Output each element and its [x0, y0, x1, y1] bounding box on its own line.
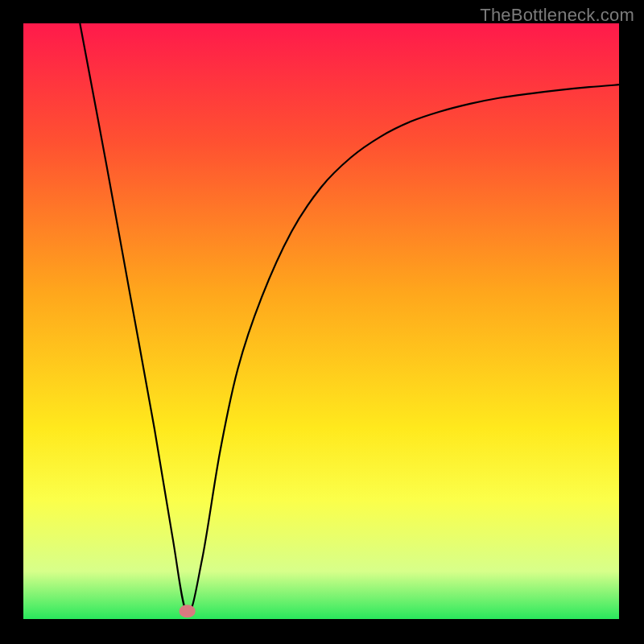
plot-area [23, 23, 619, 619]
minimum-marker [179, 605, 196, 618]
chart-frame: TheBottleneck.com [0, 0, 644, 644]
watermark-text: TheBottleneck.com [480, 5, 634, 26]
